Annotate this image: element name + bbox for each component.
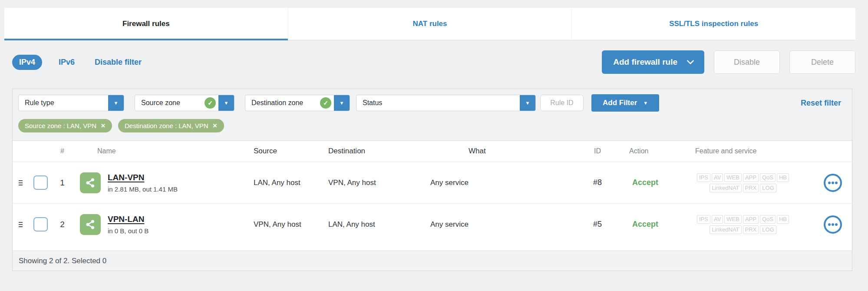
tab-ssl-tls-inspection-rules[interactable]: SSL/TLS inspection rules — [571, 8, 855, 40]
status-dropdown[interactable]: Status ▼ — [356, 95, 536, 111]
header-what: What — [417, 147, 578, 155]
rule-name-link[interactable]: VPN-LAN — [108, 215, 144, 224]
destination-zone-dropdown[interactable]: Destination zone ✓ ▼ — [245, 95, 350, 111]
rule-what: Any service — [417, 220, 578, 229]
filter-applied-check-icon: ✓ — [205, 97, 216, 109]
add-firewall-rule-button[interactable]: Add firewall rule — [602, 50, 704, 74]
dropdown-button[interactable]: ▼ — [520, 95, 535, 111]
rule-type-label: Rule type — [19, 99, 108, 107]
disable-filter-link[interactable]: Disable filter — [95, 58, 142, 67]
chip-destination-zone[interactable]: Destination zone : LAN, VPN ✕ — [118, 119, 224, 132]
header-num: # — [53, 147, 72, 155]
row-number: 2 — [53, 220, 72, 229]
header-id: ID — [578, 147, 617, 155]
rule-destination: LAN, Any host — [324, 220, 417, 229]
table-row: 2 VPN-LAN in 0 B, out 0 B VPN, Any host … — [13, 203, 852, 245]
drag-handle-icon[interactable] — [19, 180, 23, 185]
badge-av: AV — [712, 173, 723, 182]
header-name: Name — [72, 147, 241, 155]
rule-what: Any service — [417, 179, 578, 187]
row-count-summary: Showing 2 of 2. Selected 0 — [19, 257, 106, 265]
drag-handle-icon[interactable] — [19, 222, 23, 227]
row-checkbox[interactable] — [33, 217, 48, 231]
badge-qos: QoS — [760, 173, 776, 182]
filter-applied-check-icon: ✓ — [320, 97, 331, 109]
header-feature-and-service: Feature and service — [669, 147, 817, 155]
feature-badges: IPS AV WEB APP QoS HB LinkedNAT PRX LOG — [669, 215, 817, 234]
feature-badges: IPS AV WEB APP QoS HB LinkedNAT PRX LOG — [669, 173, 817, 192]
chevron-down-icon — [687, 57, 694, 65]
rules-panel: Rule type ▼ Source zone ✓ ▼ Destination … — [12, 89, 852, 271]
dropdown-button[interactable]: ▼ — [334, 95, 350, 111]
badge-prx: PRX — [743, 225, 759, 234]
rule-source: LAN, Any host — [241, 179, 324, 187]
table-header: # Name Source Destination What ID Action… — [13, 141, 852, 162]
header-destination: Destination — [324, 147, 417, 155]
rule-id-input[interactable] — [540, 95, 584, 111]
add-firewall-rule-label: Add firewall rule — [613, 57, 677, 67]
badge-hb: HB — [777, 173, 789, 182]
badge-app: APP — [743, 173, 759, 182]
ipv4-toggle[interactable]: IPv4 — [12, 55, 42, 70]
dropdown-button[interactable]: ▼ — [218, 95, 234, 111]
filter-chips: Source zone : LAN, VPN ✕ Destination zon… — [18, 119, 846, 132]
badge-web: WEB — [724, 215, 742, 224]
reset-filter-link[interactable]: Reset filter — [801, 99, 846, 108]
rule-type-dropdown[interactable]: Rule type ▼ — [18, 95, 124, 111]
dropdown-arrow-icon: ▼ — [643, 101, 648, 106]
source-zone-dropdown[interactable]: Source zone ✓ ▼ — [135, 95, 234, 111]
badge-hb: HB — [777, 215, 789, 224]
rule-action: Accept — [617, 178, 669, 187]
dropdown-button[interactable]: ▼ — [108, 95, 124, 111]
filter-area: Rule type ▼ Source zone ✓ ▼ Destination … — [13, 89, 852, 141]
header-source: Source — [241, 147, 324, 155]
row-checkbox[interactable] — [33, 175, 48, 190]
disable-button[interactable]: Disable — [714, 50, 780, 74]
chip-source-zone[interactable]: Source zone : LAN, VPN ✕ — [18, 119, 112, 132]
delete-button[interactable]: Delete — [789, 50, 855, 74]
destination-zone-label: Destination zone — [245, 99, 320, 107]
tab-nat-rules[interactable]: NAT rules — [288, 8, 572, 40]
controls-row: IPv4 IPv6 Disable filter Add firewall ru… — [12, 50, 855, 74]
dropdown-arrow-icon: ▼ — [224, 101, 229, 106]
badge-web: WEB — [724, 173, 742, 182]
rows-padding — [13, 245, 852, 251]
tab-bar: Firewall rules NAT rules SSL/TLS inspect… — [4, 8, 855, 40]
add-filter-button[interactable]: Add Filter ▼ — [591, 94, 659, 112]
rule-traffic: in 0 B, out 0 B — [108, 227, 149, 235]
badge-linkednat: LinkedNAT — [710, 184, 741, 192]
row-menu-ellipsis-icon[interactable] — [824, 174, 842, 192]
badge-log: LOG — [760, 225, 776, 234]
ipv6-toggle[interactable]: IPv6 — [59, 58, 75, 67]
rule-id: #8 — [578, 178, 617, 187]
row-number: 1 — [53, 178, 72, 188]
rule-traffic: in 2.81 MB, out 1.41 MB — [108, 185, 178, 193]
dropdown-arrow-icon: ▼ — [525, 101, 530, 106]
rule-action: Accept — [617, 220, 669, 229]
badge-ips: IPS — [697, 173, 710, 182]
add-filter-label: Add Filter — [603, 99, 637, 107]
firewall-rules-page: Firewall rules NAT rules SSL/TLS inspect… — [0, 0, 868, 291]
dropdown-arrow-icon: ▼ — [114, 101, 119, 106]
share-network-icon — [80, 172, 101, 193]
source-zone-label: Source zone — [135, 99, 205, 107]
table-footer: Showing 2 of 2. Selected 0 — [13, 251, 852, 271]
chip-label: Source zone : LAN, VPN — [25, 122, 96, 129]
filter-row: Rule type ▼ Source zone ✓ ▼ Destination … — [18, 94, 846, 112]
chip-label: Destination zone : LAN, VPN — [125, 122, 208, 129]
tab-firewall-rules[interactable]: Firewall rules — [4, 8, 288, 40]
rule-destination: VPN, Any host — [324, 179, 417, 187]
badge-app: APP — [743, 215, 759, 224]
badge-ips: IPS — [697, 215, 710, 224]
close-icon[interactable]: ✕ — [101, 122, 106, 129]
rule-source: VPN, Any host — [241, 220, 324, 229]
status-label: Status — [356, 99, 520, 107]
dropdown-arrow-icon: ▼ — [340, 101, 344, 106]
close-icon[interactable]: ✕ — [213, 122, 218, 129]
rule-name-link[interactable]: LAN-VPN — [108, 173, 144, 182]
badge-linkednat: LinkedNAT — [710, 225, 741, 234]
row-menu-ellipsis-icon[interactable] — [824, 215, 842, 234]
share-network-icon — [80, 214, 101, 235]
badge-av: AV — [712, 215, 723, 224]
badge-qos: QoS — [760, 215, 776, 224]
